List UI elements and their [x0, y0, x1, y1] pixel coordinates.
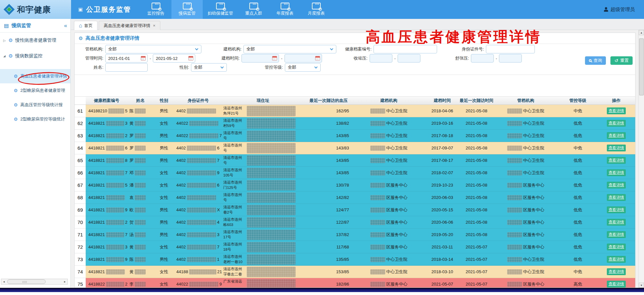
redaction-blur	[247, 106, 296, 116]
sidebar-item-chronic-data-monitor[interactable]: ◢ ⚙ 慢病数据监控	[0, 48, 70, 64]
manage-org-select[interactable]: 全部	[105, 45, 201, 53]
tab-home[interactable]: ⌂ 首页	[74, 21, 97, 30]
header-name: 姓名	[127, 97, 154, 105]
systolic-to-input[interactable]	[398, 54, 420, 63]
systolic-from-input[interactable]	[370, 54, 392, 63]
sidebar-subitem[interactable]: ⚙ 2型糖尿病患者健康管理	[0, 83, 70, 98]
topnav-item[interactable]: ⚙ 重点人群	[238, 0, 269, 19]
build-org-select[interactable]: 全部	[243, 45, 336, 53]
topnav-item[interactable]: ⚙ 妇幼保健监管	[203, 0, 238, 19]
redaction-blur	[135, 183, 146, 188]
redaction-blur	[370, 146, 385, 151]
reset-button[interactable]: ↺ 重置	[610, 56, 633, 65]
chevron-down-icon	[330, 47, 333, 50]
manage-time-to-date[interactable]: 2021-05-12	[153, 54, 195, 63]
level-select[interactable]: 全部	[285, 63, 321, 72]
table-row: 67 4418821 5 潘 女性 4402 6 清远市连州 门125号 130…	[75, 179, 635, 191]
view-detail-link[interactable]: 查看详情	[607, 244, 626, 250]
cell-action: 查看详情	[597, 191, 635, 204]
row-number: 63	[75, 130, 86, 142]
scroll-down-icon[interactable]: ▼	[639, 283, 644, 288]
topnav-item[interactable]: ⚙ 慢病监管	[171, 0, 203, 19]
chevron-down-icon	[195, 47, 198, 50]
vertical-scrollbar[interactable]: ▲ ▼	[638, 30, 644, 288]
sidebar-subitem-label: 高血压管控等级统计报	[21, 102, 63, 108]
gender-select[interactable]: 全部	[191, 63, 227, 72]
build-time-to-date[interactable]	[285, 54, 322, 63]
scroll-left-icon[interactable]: ◄	[1, 280, 7, 283]
sidebar-item-chronic-patient-mgmt[interactable]: ▷ ⚙ 慢性病患者健康管理	[0, 33, 70, 48]
cell-build-date: 2017-09-07	[425, 142, 460, 154]
cell-last-bp: 137/82	[304, 229, 353, 241]
header-archive-no: 健康档案编号	[86, 97, 127, 105]
view-detail-link[interactable]: 查看详情	[607, 206, 626, 213]
topnav-item[interactable]: ⚙ 月度报表	[300, 0, 332, 19]
scroll-up-icon[interactable]: ▲	[639, 30, 644, 35]
redaction-blur	[135, 108, 146, 114]
cell-action: 查看详情	[597, 167, 635, 179]
user-menu[interactable]: 超级管理员	[604, 0, 644, 19]
cell-manage-org: 区服务中心	[493, 278, 558, 288]
cell-archive-no: 44188210 5	[86, 105, 127, 117]
view-detail-link[interactable]: 查看详情	[607, 268, 626, 275]
redaction-blur	[507, 232, 522, 237]
archive-no-input[interactable]	[373, 45, 437, 53]
redaction-blur	[247, 205, 296, 215]
view-detail-link[interactable]: 查看详情	[607, 194, 626, 201]
sidebar-collapse-icon[interactable]: «	[64, 22, 67, 29]
range-separator: -	[496, 56, 497, 61]
cell-id-no: 4402	[174, 191, 222, 204]
topnav-item[interactable]: ⚙ 年度报表	[269, 0, 300, 19]
view-detail-link[interactable]: 查看详情	[607, 132, 626, 139]
diastolic-to-input[interactable]	[499, 54, 522, 63]
view-detail-link[interactable]: 查看详情	[607, 145, 626, 151]
filter-buttons: 查询 ↺ 重置	[585, 56, 633, 65]
tab-detail[interactable]: 高血压患者健康管理详情 ×	[99, 21, 160, 30]
view-detail-link[interactable]: 查看详情	[607, 219, 626, 226]
view-detail-link[interactable]: 查看详情	[607, 120, 626, 127]
header-build-date: 建档时间	[425, 97, 460, 105]
view-detail-link[interactable]: 查看详情	[607, 256, 626, 263]
view-detail-link[interactable]: 查看详情	[607, 157, 626, 164]
close-icon[interactable]: ×	[153, 23, 155, 28]
build-time-from-date[interactable]	[242, 54, 279, 63]
cell-build-date: 2021-03-11	[425, 241, 460, 253]
topnav-item[interactable]: ⚙ 监控报告	[140, 0, 171, 19]
diastolic-from-input[interactable]	[471, 54, 494, 63]
cell-build-org: 区服务中心	[353, 179, 425, 191]
cell-build-date: 2020-06-06	[425, 216, 460, 229]
manage-time-from-date[interactable]: 2021-01-01	[105, 54, 148, 63]
table-row: 64 4418821 6 罗 男性 4402 6 清远市连州 号 143/83 …	[75, 142, 635, 154]
redaction-blur	[106, 257, 124, 262]
view-detail-link[interactable]: 查看详情	[607, 281, 626, 288]
gear-icon: ⚙	[14, 117, 18, 122]
cell-last-bp: 143/83	[304, 142, 353, 154]
cell-level: 低危	[558, 191, 597, 204]
panel-title: ⚙ 高血压患者健康管理详情	[75, 33, 635, 44]
caret-expanded-icon[interactable]: ◢	[3, 54, 8, 58]
view-detail-link[interactable]: 查看详情	[607, 169, 626, 176]
redaction-blur	[507, 269, 522, 274]
sidebar-subitem[interactable]: ⚙ 2型糖尿病管控等级统计	[0, 112, 70, 126]
name-input[interactable]	[105, 63, 148, 72]
sidebar-subitem[interactable]: ⚙ 高血压管控等级统计报	[0, 98, 70, 112]
cell-action: 查看详情	[597, 179, 635, 191]
id-no-input[interactable]	[486, 45, 535, 53]
caret-collapsed-icon[interactable]: ▷	[3, 39, 8, 42]
user-icon	[604, 7, 608, 12]
horizontal-scrollbar[interactable]: ◄ ►	[1, 279, 68, 285]
view-detail-link[interactable]: 查看详情	[607, 107, 626, 114]
view-detail-link[interactable]: 查看详情	[607, 231, 626, 238]
app-window: 和宇健康 ▣ 公卫服务监管 ⚙ 监控报告 ⚙ 慢病监管 ⚙ 妇幼保健监管 ⚙ 重…	[0, 0, 644, 295]
redaction-blur	[370, 207, 385, 213]
scroll-right-icon[interactable]: ►	[62, 280, 67, 283]
row-number: 67	[75, 179, 86, 191]
filter-row-2: 管理时间: 2021-01-01 - 2021-05-12 建档时间:	[75, 54, 635, 63]
cell-gender: 男性	[154, 204, 174, 216]
search-button[interactable]: 查询	[585, 56, 606, 65]
view-detail-link[interactable]: 查看详情	[607, 182, 626, 189]
doc-icon: ▤	[4, 22, 9, 29]
scrollbar-thumb[interactable]	[639, 38, 644, 95]
sidebar-subitem[interactable]: ⚙ 高血压患者健康管理详情	[0, 69, 70, 83]
scrollbar-thumb[interactable]	[7, 279, 46, 284]
